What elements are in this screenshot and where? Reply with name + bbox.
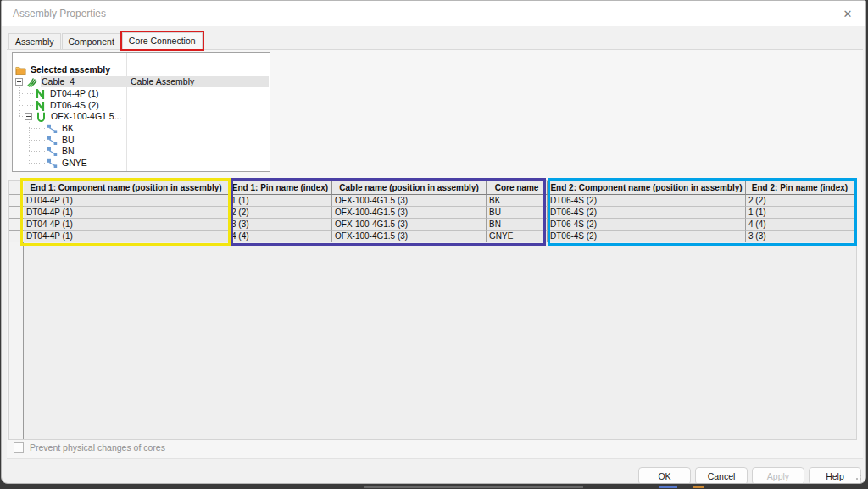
prevent-changes-checkbox[interactable] xyxy=(14,442,24,453)
taskbar-marks xyxy=(693,486,704,488)
tab-label: Core Connection xyxy=(129,36,196,46)
tree-item-label: GNYE xyxy=(62,158,87,169)
grid-cell[interactable]: OFX-100-4G1.5 (3) xyxy=(332,195,487,207)
grid-cell[interactable]: OFX-100-4G1.5 (3) xyxy=(332,231,487,242)
grid-cell[interactable]: DT06-4S (2) xyxy=(548,195,746,207)
grid-cell[interactable]: DT04-4P (1) xyxy=(24,219,229,231)
tree-item-type-cell[interactable]: Cable Assembly xyxy=(131,76,194,87)
grid-cell[interactable]: OFX-100-4G1.5 (3) xyxy=(332,219,487,231)
tree-item-label: DT06-4S (2) xyxy=(50,100,99,111)
core-wire-icon xyxy=(47,147,58,157)
grid-row-header[interactable] xyxy=(9,219,24,231)
grid-cell[interactable]: DT06-4S (2) xyxy=(548,231,746,242)
resize-grip-icon[interactable] xyxy=(854,473,861,480)
grid-cell[interactable]: 3 (3) xyxy=(229,219,332,231)
core-wire-icon xyxy=(47,136,58,146)
column-header-end1-component[interactable]: End 1: Component name (position in assem… xyxy=(24,181,229,195)
tab-component[interactable]: Component xyxy=(62,33,121,49)
tree-connector-line xyxy=(29,163,46,164)
grid-cell[interactable]: BN xyxy=(487,219,548,231)
grid-row-header[interactable] xyxy=(9,231,24,242)
tree-item-label: OFX-100-4G1.5... xyxy=(51,111,121,122)
grid-cell[interactable]: OFX-100-4G1.5 (3) xyxy=(332,207,487,219)
connector-icon xyxy=(35,101,46,111)
tree-connector-line xyxy=(19,87,20,116)
column-header-end2-component[interactable]: End 2: Component name (position in assem… xyxy=(548,181,746,195)
taskbar-marks xyxy=(364,486,583,488)
grid-row-header[interactable] xyxy=(9,195,24,207)
tree-root-label: Selected assembly xyxy=(31,64,110,75)
tree-item-ofx-cable[interactable]: OFX-100-4G1.5... xyxy=(36,111,121,122)
tree-connector-line xyxy=(29,128,46,129)
tree-root-item[interactable]: Selected assembly xyxy=(15,64,110,75)
titlebar: Assembly Properties ✕ xyxy=(2,1,865,26)
tab-bar: Assembly Component Core Connection xyxy=(8,32,203,49)
window-title: Assembly Properties xyxy=(13,8,106,19)
column-header-cable-name[interactable]: Cable name (position in assembly) xyxy=(332,181,487,195)
tree-item-label: BU xyxy=(62,135,75,146)
grid-cell[interactable]: DT04-4P (1) xyxy=(24,207,229,219)
tree-connector-line xyxy=(29,151,46,152)
help-button[interactable]: Help xyxy=(809,467,861,484)
tree-item-dt04-4p[interactable]: DT04-4P (1) xyxy=(35,88,99,99)
grid-cell[interactable]: DT06-4S (2) xyxy=(548,207,746,219)
ok-button[interactable]: OK xyxy=(638,467,691,484)
assembly-tree-panel: Selected assembly Cable_4 Cable Assembly… xyxy=(12,52,270,172)
tab-core-connection[interactable]: Core Connection xyxy=(122,32,203,49)
grid-cell[interactable]: DT04-4P (1) xyxy=(24,195,229,207)
grid-cell[interactable]: 1 (1) xyxy=(229,195,332,207)
close-icon[interactable]: ✕ xyxy=(840,7,855,22)
tree-connector-line xyxy=(29,140,46,141)
core-wire-icon xyxy=(47,158,58,169)
prevent-changes-label: Prevent physical changes of cores xyxy=(30,442,165,453)
tree-item-label: DT04-4P (1) xyxy=(50,88,99,99)
grid-table: End 1: Component name (position in assem… xyxy=(24,181,854,242)
screen: Assembly Properties ✕ Assembly Component… xyxy=(0,0,868,489)
grid-cell[interactable]: DT06-4S (2) xyxy=(548,219,746,231)
grid-cell[interactable]: 2 (2) xyxy=(229,207,332,219)
cancel-button[interactable]: Cancel xyxy=(695,467,748,484)
grid-cell[interactable]: 1 (1) xyxy=(746,207,854,219)
tree-item-dt06-4s[interactable]: DT06-4S (2) xyxy=(35,100,99,111)
column-header-end1-pin[interactable]: End 1: Pin name (index) xyxy=(229,181,332,195)
grid-cell[interactable]: BU xyxy=(487,207,548,219)
cable-icon xyxy=(36,112,47,122)
tree-item-cable-4[interactable]: Cable_4 xyxy=(26,76,75,87)
apply-button-label: Apply xyxy=(767,471,789,481)
apply-button[interactable]: Apply xyxy=(752,467,804,484)
grid-cell[interactable]: 2 (2) xyxy=(746,195,854,207)
grid-cell[interactable]: 4 (4) xyxy=(229,231,332,242)
grid-cell[interactable]: DT04-4P (1) xyxy=(24,231,229,242)
tree-item-core-bu[interactable]: BU xyxy=(47,135,75,146)
tree-connector-line xyxy=(19,105,34,106)
tab-assembly[interactable]: Assembly xyxy=(8,33,61,49)
grid-cell[interactable]: 4 (4) xyxy=(746,219,854,231)
tree-item-core-bn[interactable]: BN xyxy=(47,146,75,157)
collapse-expander-icon[interactable] xyxy=(25,113,32,120)
grid-cell[interactable]: BK xyxy=(487,195,548,207)
tree-column-splitter[interactable] xyxy=(126,53,127,171)
tree-item-core-gnye[interactable]: GNYE xyxy=(47,158,87,169)
tree-connector-line xyxy=(19,93,34,94)
ok-button-label: OK xyxy=(658,471,670,481)
connector-icon xyxy=(35,89,46,99)
grid-cell[interactable]: 3 (3) xyxy=(746,231,854,242)
core-wire-icon xyxy=(47,124,58,134)
cancel-button-label: Cancel xyxy=(708,471,736,481)
component-type-label: Cable Assembly xyxy=(131,76,194,87)
column-header-end2-pin[interactable]: End 2: Pin name (index) xyxy=(746,181,854,195)
tree-item-core-bk[interactable]: BK xyxy=(47,123,74,134)
tree-item-label: Cable_4 xyxy=(42,76,75,87)
assembly-properties-dialog: Assembly Properties ✕ Assembly Component… xyxy=(1,0,866,484)
collapse-expander-icon[interactable] xyxy=(15,78,23,86)
folder-icon xyxy=(15,65,26,75)
tab-label: Component xyxy=(69,36,114,47)
grid-row-header[interactable] xyxy=(9,207,24,219)
cable-assembly-icon xyxy=(26,77,37,87)
column-header-core-name[interactable]: Core name xyxy=(487,181,548,195)
tab-label: Assembly xyxy=(15,36,54,47)
taskbar-marks xyxy=(659,486,677,488)
tree-item-label: BK xyxy=(62,123,74,134)
grid-cell[interactable]: GNYE xyxy=(487,231,548,242)
grid-corner-cell xyxy=(9,181,24,195)
